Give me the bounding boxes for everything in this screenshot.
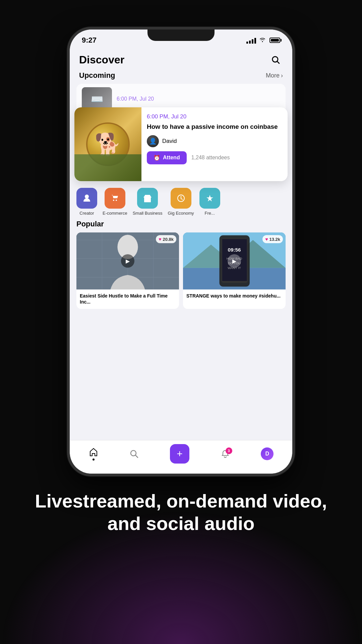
more-link[interactable]: More ›: [266, 72, 283, 79]
category-gig-economy[interactable]: Gig Economy: [168, 188, 194, 216]
notification-badge: 3: [226, 447, 232, 454]
nav-profile[interactable]: D: [261, 447, 274, 460]
chevron-right-icon: ›: [281, 72, 283, 79]
featured-event-card[interactable]: 🐕 6:00 PM, Jul 20 How to have a passive …: [74, 107, 288, 181]
attend-row: ⏰ Attend 1,248 attendees: [147, 151, 282, 164]
svg-point-28: [131, 450, 136, 456]
popular-card-0[interactable]: ▶ ♥ 20.8k Easiest Side Hustle to Make a …: [76, 232, 179, 309]
likes-badge-1: ♥ 13.2k: [262, 235, 283, 243]
search-icon: [271, 55, 280, 64]
creator-icon: [76, 188, 97, 209]
popular-card-1[interactable]: 09:56 HOW BAD DO YOU WANT IT ▶ ♥ 13.2k: [183, 232, 286, 309]
category-small-business[interactable]: Small Business: [133, 188, 163, 216]
featured-title: How to have a passive income on coinbase: [147, 123, 282, 131]
nav-add-button[interactable]: +: [170, 444, 189, 464]
phone-screen: 9:27: [70, 30, 292, 474]
svg-line-1: [277, 61, 279, 63]
svg-point-3: [113, 200, 114, 201]
ecommerce-icon: [105, 188, 125, 209]
play-button-1[interactable]: ▶: [228, 254, 241, 268]
svg-line-29: [136, 455, 138, 458]
featured-thumbnail: 🐕: [74, 107, 141, 181]
plus-icon: +: [177, 449, 183, 459]
popular-card-title-1: STRANGE ways to make money #sidehu...: [183, 289, 286, 303]
wifi-icon: [259, 37, 266, 44]
bottom-headline: Livestreamed, on-demand video, and socia…: [20, 490, 342, 535]
host-row: 👤 David: [147, 135, 282, 147]
status-time: 9:27: [82, 36, 97, 45]
phone-frame: 9:27: [67, 27, 295, 476]
svg-point-4: [116, 200, 117, 201]
battery-icon: [269, 38, 280, 43]
play-button-0[interactable]: ▶: [121, 254, 134, 268]
signal-icon: [246, 37, 256, 44]
featured-time: 6:00 PM, Jul 20: [147, 113, 282, 120]
likes-badge-0: ♥ 20.8k: [156, 235, 176, 243]
gig-economy-label: Gig Economy: [168, 211, 194, 216]
creator-label: Creator: [79, 211, 94, 216]
featured-content: 6:00 PM, Jul 20 How to have a passive in…: [141, 107, 288, 181]
svg-rect-6: [146, 200, 148, 202]
nav-notifications[interactable]: 3: [220, 449, 230, 459]
nav-home[interactable]: [88, 447, 99, 461]
popular-title: Popular: [76, 220, 286, 228]
gig-economy-icon: [171, 188, 191, 209]
svg-point-0: [273, 57, 278, 62]
bottom-text-section: Livestreamed, on-demand video, and socia…: [0, 490, 362, 535]
popular-grid: ▶ ♥ 20.8k Easiest Side Hustle to Make a …: [76, 232, 286, 309]
small-business-icon: [137, 188, 158, 209]
category-creator[interactable]: Creator: [76, 188, 97, 216]
search-button[interactable]: [268, 52, 283, 67]
popular-card-title-0: Easiest Side Hustle to Make a Full Time …: [76, 289, 179, 309]
nav-search-icon: [129, 449, 139, 459]
svg-point-2: [85, 195, 89, 199]
nav-search[interactable]: [129, 449, 139, 459]
svg-text:09:56: 09:56: [228, 247, 241, 253]
status-icons: [246, 37, 280, 44]
popular-thumb-0: ▶ ♥ 20.8k: [76, 232, 179, 289]
avatar-nav: D: [261, 447, 274, 460]
popular-thumb-1: 09:56 HOW BAD DO YOU WANT IT ▶ ♥ 13.2k: [183, 232, 286, 289]
popular-section: Popular: [70, 217, 292, 309]
upcoming-section-header: Upcoming More ›: [70, 70, 292, 84]
ecommerce-label: E-commerce: [103, 211, 127, 216]
free-icon: [199, 188, 220, 209]
attendees-count: 1,248 attendees: [191, 155, 230, 161]
heart-icon-1: ♥: [265, 236, 268, 242]
page-title: Discover: [79, 54, 124, 66]
host-avatar: 👤: [147, 135, 159, 147]
categories-row: Creator E-commerce: [70, 185, 292, 217]
app-header: Discover: [70, 48, 292, 70]
attend-button[interactable]: ⏰ Attend: [147, 151, 187, 164]
bottom-nav: + 3 D: [70, 440, 292, 474]
clock-icon: ⏰: [154, 155, 160, 161]
category-free[interactable]: Fre...: [199, 188, 220, 216]
heart-icon-0: ♥: [159, 236, 161, 242]
upcoming-title: Upcoming: [79, 71, 115, 80]
small-business-label: Small Business: [133, 211, 163, 216]
host-name: David: [162, 138, 177, 145]
behind-time: 6:00 PM, Jul 20: [117, 96, 154, 102]
category-ecommerce[interactable]: E-commerce: [103, 188, 127, 216]
phone-notch: [147, 30, 215, 41]
home-icon: [88, 447, 99, 457]
nav-home-dot: [93, 459, 95, 461]
free-label: Fre...: [204, 211, 215, 216]
